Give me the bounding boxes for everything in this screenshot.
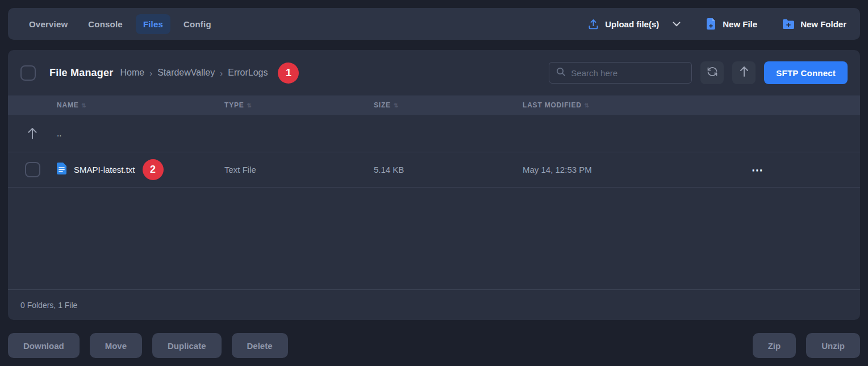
upload-label: Upload file(s): [605, 19, 659, 29]
column-header-type[interactable]: TYPE ⇅: [224, 101, 374, 109]
file-size: 5.14 KB: [374, 165, 523, 174]
breadcrumb-separator-icon: ›: [220, 68, 223, 78]
new-file-label: New File: [723, 19, 757, 29]
breadcrumb-errorlogs[interactable]: ErrorLogs: [228, 68, 268, 78]
step-badge-1: 1: [278, 63, 299, 84]
move-button[interactable]: Move: [90, 333, 142, 358]
header-toolbar: SFTP Connect: [549, 61, 848, 84]
column-header-size[interactable]: SIZE ⇅: [374, 101, 523, 109]
file-manager-panel: File Manager Home › StardewValley › Erro…: [8, 50, 860, 320]
new-file-icon: [706, 18, 717, 30]
tab-overview[interactable]: Overview: [22, 14, 75, 34]
column-header-last-modified[interactable]: LAST MODIFIED ⇅: [523, 101, 656, 109]
parent-directory-label[interactable]: ..: [57, 128, 224, 138]
tab-config[interactable]: Config: [176, 14, 219, 34]
search-icon: [556, 67, 566, 79]
sort-icon: ⇅: [585, 102, 590, 109]
refresh-icon: [707, 66, 718, 80]
duplicate-button[interactable]: Duplicate: [152, 333, 222, 358]
go-up-button[interactable]: [732, 61, 756, 84]
tab-console[interactable]: Console: [81, 14, 130, 34]
select-all-checkbox[interactable]: [20, 65, 36, 81]
file-modified: May 14, 12:53 PM: [523, 165, 656, 174]
breadcrumb-separator-icon: ›: [149, 68, 152, 78]
column-label: NAME: [57, 101, 79, 109]
sort-icon: ⇅: [394, 102, 399, 109]
breadcrumb: Home › StardewValley › ErrorLogs: [120, 68, 268, 78]
tab-files[interactable]: Files: [136, 14, 170, 34]
column-label: LAST MODIFIED: [523, 101, 582, 109]
breadcrumb-stardewvalley[interactable]: StardewValley: [157, 68, 215, 78]
new-folder-icon: [782, 19, 795, 30]
nav-tabs: Overview Console Files Config: [22, 14, 219, 34]
page-title: File Manager: [49, 67, 113, 79]
new-file-button[interactable]: New File: [706, 18, 757, 30]
parent-up-icon[interactable]: [8, 127, 57, 140]
column-header-name[interactable]: NAME ⇅: [57, 101, 224, 109]
upload-icon: [587, 18, 599, 30]
zip-button[interactable]: Zip: [753, 333, 796, 358]
parent-directory-row[interactable]: ..: [8, 115, 860, 152]
row-actions-menu[interactable]: ⋯: [656, 163, 860, 177]
empty-area: [8, 188, 860, 289]
search-input[interactable]: [571, 68, 685, 78]
footer-right-actions: Zip Unzip: [753, 333, 860, 358]
download-button[interactable]: Download: [8, 333, 80, 358]
file-name[interactable]: SMAPI-latest.txt: [74, 165, 135, 174]
search-box: [549, 62, 692, 84]
nav-actions: Upload file(s) New File: [587, 18, 846, 30]
arrow-up-icon: [739, 66, 749, 80]
new-folder-label: New Folder: [800, 19, 846, 29]
file-manager-header: File Manager Home › StardewValley › Erro…: [8, 50, 860, 95]
status-text: 0 Folders, 1 File: [20, 301, 77, 310]
sort-icon: ⇅: [247, 102, 252, 109]
row-checkbox[interactable]: [25, 162, 40, 177]
page: Overview Console Files Config Upload fil…: [0, 0, 868, 366]
chevron-down-icon[interactable]: [673, 22, 681, 27]
table-header: NAME ⇅ TYPE ⇅ SIZE ⇅ LAST MODIFIED ⇅: [8, 95, 860, 115]
refresh-button[interactable]: [700, 61, 724, 84]
column-label: SIZE: [374, 101, 391, 109]
file-type: Text File: [224, 165, 374, 174]
step-badge-2: 2: [143, 159, 164, 180]
top-navbar: Overview Console Files Config Upload fil…: [8, 8, 860, 40]
sftp-connect-button[interactable]: SFTP Connect: [764, 61, 848, 84]
table-row: SMAPI-latest.txt 2 Text File 5.14 KB May…: [8, 152, 860, 188]
footer-actions: Download Move Duplicate Delete Zip Unzip: [8, 333, 860, 358]
column-label: TYPE: [224, 101, 244, 109]
breadcrumb-home[interactable]: Home: [120, 68, 144, 78]
new-folder-button[interactable]: New Folder: [782, 19, 846, 30]
upload-files-button[interactable]: Upload file(s): [587, 18, 681, 30]
sort-icon: ⇅: [82, 102, 87, 109]
text-file-icon: [57, 163, 66, 177]
delete-button[interactable]: Delete: [232, 333, 288, 358]
status-bar: 0 Folders, 1 File: [8, 289, 860, 320]
unzip-button[interactable]: Unzip: [806, 333, 860, 358]
